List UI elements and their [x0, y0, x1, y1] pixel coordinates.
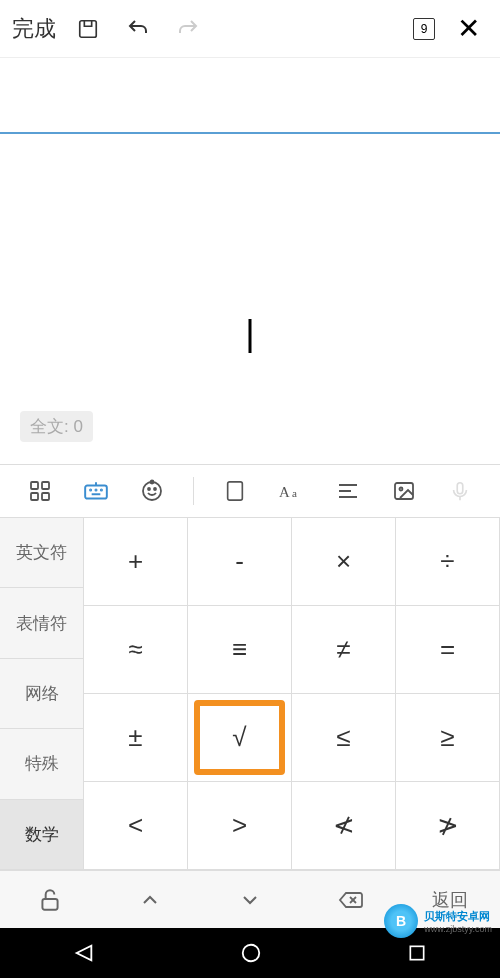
symbol-sqrt[interactable]: √	[188, 694, 292, 782]
category-math[interactable]: 数学	[0, 800, 84, 870]
undo-icon[interactable]	[120, 11, 156, 47]
toolbar-divider	[193, 477, 194, 505]
nav-recent-icon[interactable]	[407, 943, 427, 963]
symbol-gt[interactable]: >	[188, 782, 292, 870]
symbol-divide[interactable]: ÷	[396, 518, 500, 606]
svg-rect-23	[457, 483, 463, 494]
apps-icon[interactable]	[25, 476, 55, 506]
word-count-badge: 全文: 0	[20, 411, 93, 442]
svg-text:a: a	[292, 487, 297, 499]
mic-icon[interactable]	[445, 476, 475, 506]
category-emoji-symbols[interactable]: 表情符	[0, 588, 84, 658]
close-button[interactable]: ✕	[449, 12, 488, 45]
category-column: 英文符 表情符 网络 特殊 数学	[0, 518, 84, 870]
category-network[interactable]: 网络	[0, 659, 84, 729]
watermark-brand: 贝斯特安卓网	[424, 909, 492, 924]
svg-rect-1	[31, 482, 38, 489]
watermark-url: www.zjbstyy.com	[424, 924, 492, 934]
symbol-keyboard: 英文符 表情符 网络 特殊 数学 + - × ÷ ≈ ≡ ≠ = ± √ ≤ ≥…	[0, 518, 500, 870]
symbol-multiply[interactable]: ×	[292, 518, 396, 606]
svg-rect-3	[31, 493, 38, 500]
symbol-gte[interactable]: ≥	[396, 694, 500, 782]
svg-point-7	[90, 489, 91, 490]
svg-rect-30	[411, 946, 424, 959]
category-special[interactable]: 特殊	[0, 729, 84, 799]
title-input-area[interactable]	[0, 58, 500, 134]
svg-rect-4	[42, 493, 49, 500]
lock-toggle-icon[interactable]	[0, 887, 100, 913]
svg-rect-21	[395, 483, 413, 499]
symbol-lt[interactable]: <	[84, 782, 188, 870]
svg-rect-5	[85, 486, 107, 499]
svg-rect-0	[80, 20, 97, 37]
symbol-minus[interactable]: -	[188, 518, 292, 606]
emoji-icon[interactable]	[137, 476, 167, 506]
top-toolbar: 完成 9 ✕	[0, 0, 500, 58]
svg-marker-28	[76, 946, 91, 961]
svg-rect-25	[42, 898, 57, 909]
symbol-lte[interactable]: ≤	[292, 694, 396, 782]
svg-point-13	[154, 488, 156, 490]
nav-home-icon[interactable]	[240, 942, 262, 964]
symbol-plus[interactable]: +	[84, 518, 188, 606]
image-icon[interactable]	[389, 476, 419, 506]
nav-back-icon[interactable]	[73, 942, 95, 964]
format-toolbar: Aa	[0, 464, 500, 518]
align-icon[interactable]	[333, 476, 363, 506]
symbol-not-equal[interactable]: ≠	[292, 606, 396, 694]
symbol-plus-minus[interactable]: ±	[84, 694, 188, 782]
symbol-not-lt[interactable]: ≮	[292, 782, 396, 870]
category-english-symbols[interactable]: 英文符	[0, 518, 84, 588]
watermark: B 贝斯特安卓网 www.zjbstyy.com	[384, 904, 492, 938]
chevron-down-icon[interactable]	[200, 888, 300, 912]
svg-point-8	[96, 489, 97, 490]
fullscreen-icon[interactable]	[220, 476, 250, 506]
symbol-not-gt[interactable]: ≯	[396, 782, 500, 870]
symbol-grid: + - × ÷ ≈ ≡ ≠ = ± √ ≤ ≥ < > ≮ ≯	[84, 518, 500, 870]
svg-point-12	[148, 488, 150, 490]
svg-point-9	[101, 489, 102, 490]
svg-rect-15	[228, 482, 243, 500]
svg-point-22	[399, 488, 402, 491]
chevron-up-icon[interactable]	[100, 888, 200, 912]
symbol-equal[interactable]: =	[396, 606, 500, 694]
symbol-identical[interactable]: ≡	[188, 606, 292, 694]
keyboard-icon[interactable]	[81, 476, 111, 506]
svg-rect-2	[42, 482, 49, 489]
svg-point-11	[143, 482, 161, 500]
svg-point-29	[243, 945, 260, 962]
redo-icon	[170, 11, 206, 47]
done-button[interactable]: 完成	[12, 14, 56, 44]
save-icon[interactable]	[70, 11, 106, 47]
text-cursor	[249, 319, 252, 353]
symbol-approx[interactable]: ≈	[84, 606, 188, 694]
svg-point-14	[151, 481, 154, 484]
font-icon[interactable]: Aa	[277, 476, 307, 506]
svg-text:A: A	[279, 484, 290, 500]
content-editor[interactable]: 全文: 0	[0, 134, 500, 464]
page-number-badge[interactable]: 9	[413, 18, 435, 40]
watermark-logo-icon: B	[384, 904, 418, 938]
